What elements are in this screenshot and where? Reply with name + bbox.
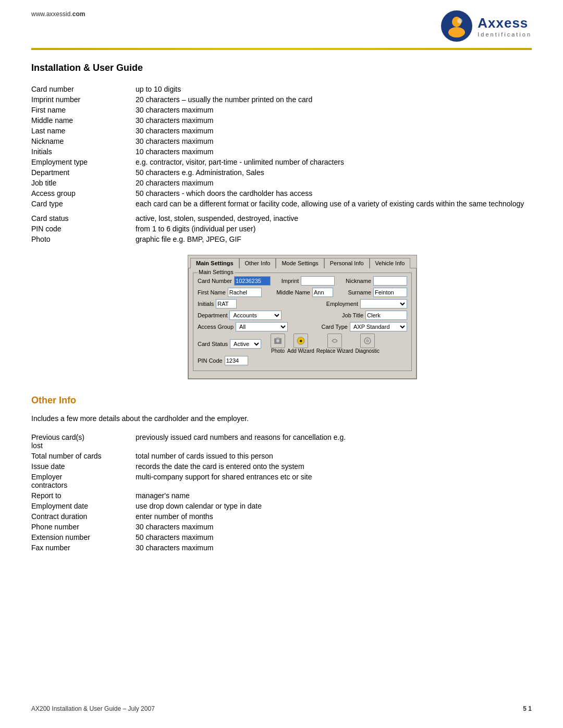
- add-wizard-button[interactable]: ✦ Add Wizard: [287, 334, 314, 354]
- tab-other-info[interactable]: Other Info: [239, 258, 276, 268]
- employment-label: Employment: [326, 301, 358, 307]
- field-description: use drop down calendar or type in date: [136, 501, 532, 511]
- header-url: www.axxessid.com: [31, 9, 85, 18]
- pin-code-input[interactable]: [225, 356, 248, 365]
- diagnostic-button[interactable]: Diagnostic: [355, 334, 380, 354]
- footer-left: AX200 Installation & User Guide – July 2…: [31, 705, 155, 712]
- field-label: Last name: [31, 126, 136, 136]
- card-number-input[interactable]: [234, 276, 271, 286]
- table-row: Extension number50 characters maximum: [31, 532, 532, 542]
- field-label: Imprint number: [31, 94, 136, 105]
- field-label: Report to: [31, 490, 136, 501]
- field-label: Phone number: [31, 522, 136, 532]
- field-label: Department: [31, 167, 136, 178]
- table-row: Employment typee.g. contractor, visitor,…: [31, 157, 532, 167]
- field-description: previously issued card numbers and reaso…: [136, 432, 532, 451]
- nickname-input[interactable]: [373, 276, 407, 286]
- fields-table: Card numberup to 10 digitsImprint number…: [31, 84, 532, 244]
- svg-point-2: [448, 27, 465, 38]
- table-row: Department50 characters e.g. Administrat…: [31, 167, 532, 178]
- field-label: Middle name: [31, 115, 136, 126]
- job-title-input[interactable]: [365, 311, 407, 320]
- first-name-label: First Name: [198, 289, 226, 295]
- table-row: Card statusactive, lost, stolen, suspend…: [31, 213, 532, 224]
- field-label: Fax number: [31, 542, 136, 553]
- table-row: Report tomanager's name: [31, 490, 532, 501]
- photo-button[interactable]: Photo: [271, 334, 285, 354]
- form-row-3: Initials Employment: [198, 299, 407, 309]
- table-row: Previous card(s)lostpreviously issued ca…: [31, 432, 532, 451]
- field-description: from 1 to 6 digits (individual per user): [136, 224, 532, 234]
- page-container: www.axxessid.com Axxess Identification I…: [0, 0, 563, 728]
- field-label: Employment date: [31, 501, 136, 511]
- table-row: Fax number30 characters maximum: [31, 542, 532, 553]
- table-row: Initials10 characters maximum: [31, 146, 532, 157]
- photo-label: Photo: [271, 348, 285, 354]
- field-description: multi-company support for shared entranc…: [136, 472, 532, 490]
- form-row-pin: PIN Code: [198, 356, 407, 365]
- field-label: Photo: [31, 234, 136, 244]
- logo-text: Axxess: [478, 15, 532, 31]
- surname-label: Surname: [348, 289, 371, 295]
- footer: AX200 Installation & User Guide – July 2…: [0, 705, 563, 712]
- tab-bar: Main Settings Other Info Mode Settings P…: [188, 255, 417, 268]
- field-label: First name: [31, 105, 136, 115]
- form-row-4: Department Accounts Job Title: [198, 311, 407, 320]
- tab-personal-info[interactable]: Personal Info: [324, 258, 370, 268]
- replace-wizard-icon: [327, 334, 342, 348]
- initials-input[interactable]: [216, 299, 237, 309]
- table-row: Card numberup to 10 digits: [31, 84, 532, 94]
- imprint-input[interactable]: [301, 276, 335, 286]
- field-description: records the date the card is entered ont…: [136, 461, 532, 472]
- group-label: Main Settings: [198, 269, 235, 275]
- field-description: e.g. contractor, visitor, part-time - un…: [136, 157, 532, 167]
- add-wizard-icon: ✦: [293, 334, 308, 348]
- initials-label: Initials: [198, 301, 214, 307]
- svg-text:✦: ✦: [299, 338, 303, 344]
- other-info-fields-table: Previous card(s)lostpreviously issued ca…: [31, 432, 532, 553]
- field-label: Extension number: [31, 532, 136, 542]
- table-row: PIN codefrom 1 to 6 digits (individual p…: [31, 224, 532, 234]
- field-description: active, lost, stolen, suspended, destroy…: [136, 213, 532, 224]
- employment-select[interactable]: [360, 299, 407, 309]
- screenshot-wrapper: Main Settings Other Info Mode Settings P…: [73, 255, 532, 379]
- field-description: 30 characters maximum: [136, 126, 532, 136]
- middle-name-input[interactable]: [312, 288, 333, 297]
- logo-sub: Identification: [478, 31, 532, 38]
- field-label: Total number of cards: [31, 451, 136, 461]
- tab-mode-settings[interactable]: Mode Settings: [276, 258, 324, 268]
- tab-vehicle-info[interactable]: Vehicle Info: [370, 258, 411, 268]
- department-select[interactable]: Accounts: [229, 311, 282, 320]
- tab-main-settings[interactable]: Main Settings: [190, 258, 239, 268]
- card-status-label: Card Status: [198, 341, 228, 347]
- photo-icon: [271, 334, 285, 348]
- form-row-6: Card Status Active Photo: [198, 334, 407, 354]
- card-type-select[interactable]: AXP Standard: [350, 322, 407, 331]
- field-description: total number of cards issued to this per…: [136, 451, 532, 461]
- field-label: Access group: [31, 188, 136, 199]
- table-row: Job title20 characters maximum: [31, 178, 532, 188]
- nickname-label: Nickname: [346, 278, 371, 284]
- form-row-1: Card Number Imprint Nickname: [198, 276, 407, 286]
- diagnostic-label: Diagnostic: [355, 348, 380, 354]
- job-title-label: Job Title: [342, 312, 363, 318]
- svg-rect-6: [276, 337, 279, 339]
- diagnostic-icon: [360, 334, 375, 348]
- field-description: graphic file e.g. BMP, JPEG, GIF: [136, 234, 532, 244]
- window-content: Main Settings Card Number Imprint Nickna…: [188, 268, 417, 379]
- card-status-select[interactable]: Active: [230, 339, 261, 349]
- access-group-label: Access Group: [198, 324, 234, 330]
- field-description: 10 characters maximum: [136, 146, 532, 157]
- replace-wizard-button[interactable]: Replace Wizard: [316, 334, 353, 354]
- header: www.axxessid.com Axxess Identification: [0, 0, 563, 48]
- field-label: Card type: [31, 199, 136, 209]
- table-row: Phone number30 characters maximum: [31, 522, 532, 532]
- axxess-logo-icon: [440, 9, 473, 43]
- svg-point-3: [457, 18, 462, 23]
- first-name-input[interactable]: [228, 288, 262, 297]
- footer-page: 5 1: [523, 705, 532, 712]
- table-row: Employercontractorsmulti-company support…: [31, 472, 532, 490]
- access-group-select[interactable]: All: [236, 322, 288, 331]
- surname-input[interactable]: [373, 288, 407, 297]
- card-type-label: Card Type: [321, 324, 348, 330]
